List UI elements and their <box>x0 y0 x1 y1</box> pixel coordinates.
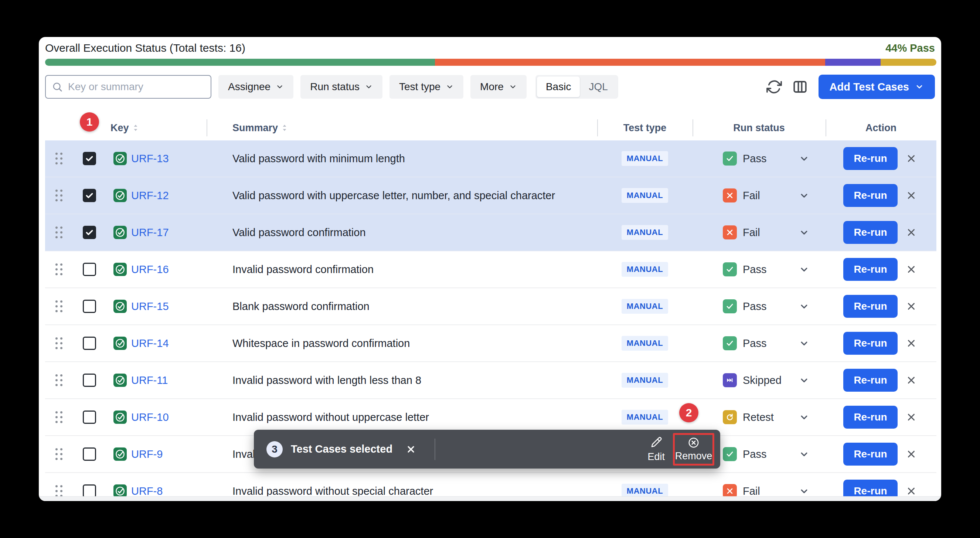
chevron-down-icon[interactable] <box>799 190 809 201</box>
chevron-down-icon[interactable] <box>799 301 809 312</box>
run-status-dropdown[interactable]: Fail <box>692 177 826 213</box>
remove-row-button[interactable] <box>906 301 917 312</box>
search-box[interactable] <box>45 75 212 99</box>
row-checkbox[interactable] <box>83 226 96 239</box>
table-row[interactable]: URF-16 Invalid password confirmation MAN… <box>45 251 936 288</box>
row-checkbox[interactable] <box>83 374 96 387</box>
table-row[interactable]: URF-14 Whitespace in password confirmati… <box>45 325 936 362</box>
remove-row-button[interactable] <box>906 412 917 423</box>
toggle-jql[interactable]: JQL <box>580 76 616 97</box>
chevron-down-icon[interactable] <box>799 412 809 422</box>
test-key-link[interactable]: URF-8 <box>131 485 162 497</box>
search-input[interactable] <box>67 81 205 93</box>
remove-selected-button[interactable]: Remove <box>673 433 714 466</box>
run-status-dropdown[interactable]: Pass <box>692 251 826 288</box>
rerun-button[interactable]: Re-run <box>843 184 897 207</box>
chevron-down-icon[interactable] <box>799 486 809 496</box>
more-filters-button[interactable]: More <box>471 75 527 99</box>
drag-handle[interactable] <box>45 399 73 435</box>
column-header-summary[interactable]: Summary <box>207 115 597 140</box>
table-row[interactable]: URF-15 Blank password confirmation MANUA… <box>45 288 936 325</box>
drag-handle[interactable] <box>45 177 73 213</box>
test-key-link[interactable]: URF-16 <box>131 263 169 275</box>
run-status-dropdown[interactable]: Fail <box>692 214 826 250</box>
run-status-filter-button[interactable]: Run status <box>301 75 382 99</box>
remove-row-button[interactable] <box>906 227 917 238</box>
remove-row-button[interactable] <box>906 264 917 275</box>
rerun-button[interactable]: Re-run <box>843 442 897 466</box>
test-key-link[interactable]: URF-13 <box>131 153 169 165</box>
rerun-button[interactable]: Re-run <box>843 258 897 281</box>
row-checkbox[interactable] <box>83 263 96 276</box>
row-checkbox[interactable] <box>83 337 96 350</box>
sort-icon[interactable] <box>282 123 288 132</box>
chevron-down-icon[interactable] <box>799 375 809 385</box>
table-row[interactable]: URF-17 Valid password confirmation MANUA… <box>45 214 936 251</box>
row-checkbox[interactable] <box>83 484 96 498</box>
rerun-button[interactable]: Re-run <box>843 147 897 170</box>
pass-status-icon <box>723 336 737 350</box>
chevron-down-icon[interactable] <box>799 338 809 349</box>
table-row[interactable]: URF-12 Valid password with uppercase let… <box>45 177 936 214</box>
test-key-link[interactable]: URF-17 <box>131 226 169 239</box>
drag-handle[interactable] <box>45 140 73 177</box>
row-checkbox[interactable] <box>83 152 96 165</box>
search-icon <box>52 81 63 92</box>
drag-handle[interactable] <box>45 325 73 361</box>
test-key-link[interactable]: URF-14 <box>131 337 169 350</box>
edit-selected-button[interactable]: Edit <box>642 433 670 465</box>
table-row[interactable]: URF-13 Valid password with minimum lengt… <box>45 140 936 177</box>
test-type-filter-button[interactable]: Test type <box>390 75 463 99</box>
column-header-key[interactable]: Key <box>106 115 207 140</box>
table-row[interactable]: URF-11 Invalid password with length less… <box>45 362 936 399</box>
chevron-down-icon[interactable] <box>799 153 809 164</box>
remove-row-button[interactable] <box>906 375 917 386</box>
check-icon <box>84 228 94 237</box>
refresh-button[interactable] <box>765 78 783 96</box>
drag-handle[interactable] <box>45 362 73 398</box>
chevron-down-icon[interactable] <box>799 264 809 275</box>
summary-header-label: Summary <box>232 122 278 134</box>
run-status-dropdown[interactable]: Pass <box>692 140 826 177</box>
test-key-link[interactable]: URF-10 <box>131 411 169 423</box>
remove-row-button[interactable] <box>906 338 917 349</box>
rerun-button[interactable]: Re-run <box>843 369 897 392</box>
remove-row-button[interactable] <box>906 485 917 497</box>
chevron-down-icon[interactable] <box>799 227 809 237</box>
sort-icon[interactable] <box>133 123 138 132</box>
horizontal-scrollbar[interactable] <box>39 496 941 501</box>
row-checkbox[interactable] <box>83 411 96 424</box>
row-checkbox[interactable] <box>83 189 96 202</box>
run-status-dropdown[interactable]: Pass <box>692 325 826 361</box>
check-icon <box>84 154 94 163</box>
add-test-cases-button[interactable]: Add Test Cases <box>819 75 935 99</box>
rerun-button[interactable]: Re-run <box>843 332 897 355</box>
drag-handle[interactable] <box>45 288 73 325</box>
toggle-basic[interactable]: Basic <box>537 76 580 97</box>
assignee-filter-button[interactable]: Assignee <box>218 75 293 99</box>
fail-status-icon <box>723 225 737 239</box>
run-status-dropdown[interactable]: Skipped <box>692 362 826 398</box>
remove-row-button[interactable] <box>906 190 917 201</box>
query-mode-toggle: Basic JQL <box>535 75 618 99</box>
drag-handle[interactable] <box>45 214 73 250</box>
test-key-link[interactable]: URF-11 <box>131 374 168 387</box>
drag-handle[interactable] <box>45 251 73 288</box>
drag-handle[interactable] <box>45 436 73 472</box>
test-key-link[interactable]: URF-12 <box>131 189 169 202</box>
rerun-button[interactable]: Re-run <box>843 295 897 318</box>
clear-selection-button[interactable] <box>404 442 418 457</box>
row-checkbox[interactable] <box>83 300 96 313</box>
columns-settings-button[interactable] <box>791 78 809 96</box>
check-icon <box>84 191 94 200</box>
chevron-down-icon[interactable] <box>799 449 809 459</box>
test-key-link[interactable]: URF-15 <box>131 301 169 313</box>
remove-row-button[interactable] <box>906 153 917 164</box>
rerun-button[interactable]: Re-run <box>843 406 897 429</box>
test-key-link[interactable]: URF-9 <box>131 448 162 460</box>
run-status-dropdown[interactable]: Pass <box>692 288 826 325</box>
row-checkbox[interactable] <box>83 447 96 461</box>
remove-button-label: Remove <box>675 450 713 462</box>
remove-row-button[interactable] <box>906 449 917 460</box>
rerun-button[interactable]: Re-run <box>843 221 897 244</box>
